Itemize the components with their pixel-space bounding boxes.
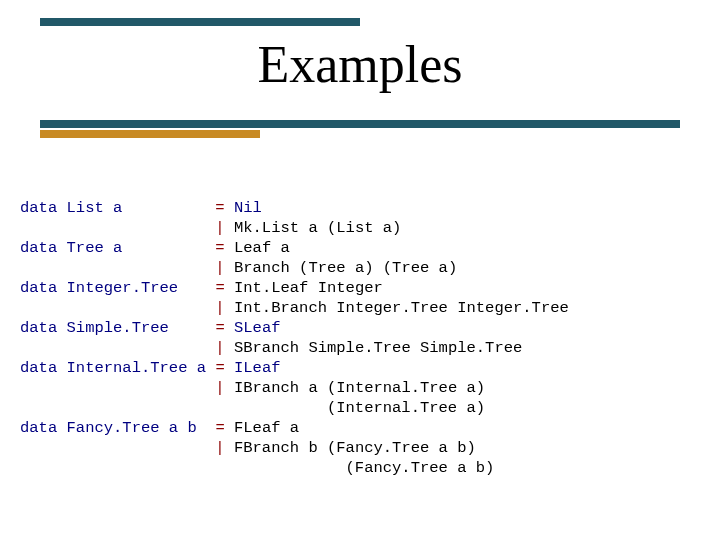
title-underline [40,120,680,138]
code-line: | Mk.List a (List a) [20,219,401,237]
code-line: data List a = Nil [20,199,262,217]
code-line: (Internal.Tree a) [20,399,485,417]
code-line: | IBranch a (Internal.Tree a) [20,379,485,397]
top-rule [40,18,360,26]
code-line: | SBranch Simple.Tree Simple.Tree [20,339,522,357]
code-line: (Fancy.Tree a b) [20,459,494,477]
code-line: | FBranch b (Fancy.Tree a b) [20,439,476,457]
code-line: data Simple.Tree = SLeaf [20,319,281,337]
code-line: data Integer.Tree = Int.Leaf Integer [20,279,383,297]
code-line: data Fancy.Tree a b = FLeaf a [20,419,299,437]
code-line: data Tree a = Leaf a [20,239,290,257]
code-line: | Int.Branch Integer.Tree Integer.Tree [20,299,569,317]
code-block: data List a = Nil | Mk.List a (List a) d… [20,178,715,498]
code-line: | Branch (Tree a) (Tree a) [20,259,457,277]
page-title: Examples [0,35,720,94]
code-line: data Internal.Tree a = ILeaf [20,359,281,377]
